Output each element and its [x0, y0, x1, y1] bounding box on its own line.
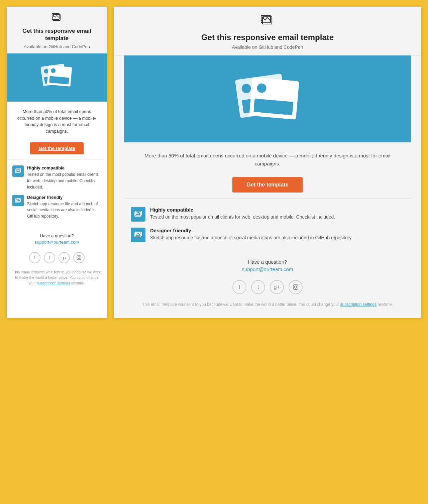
desktop-footer-main: This email template was sent to you beco…	[142, 302, 339, 307]
svg-point-23	[297, 285, 297, 286]
mobile-feature-title-2: Designer friendly	[27, 195, 101, 200]
mobile-feature-desc-1: Tested on the most popular email clients…	[27, 172, 99, 190]
svg-rect-9	[77, 256, 81, 260]
desktop-hero-banner	[124, 55, 411, 142]
desktop-hero-icon	[237, 73, 298, 125]
svg-point-2	[53, 14, 54, 16]
desktop-feature-title-2: Designer friendly	[150, 228, 352, 233]
mobile-divider	[7, 159, 107, 159]
mobile-question-area: Have a question? support@ourteam.com	[7, 229, 107, 248]
mobile-hero-banner	[7, 53, 107, 102]
desktop-social-icons: f t g+	[114, 275, 421, 299]
mobile-googleplus-icon[interactable]: g+	[59, 252, 70, 263]
desktop-header: Get this responsive email template Avail…	[114, 7, 421, 55]
mobile-body-text: More than 50% of total email opens occur…	[7, 102, 107, 138]
mobile-feature-text-2: Designer friendly Sketch app resource fi…	[27, 195, 101, 219]
mobile-instagram-icon[interactable]	[73, 252, 85, 263]
mobile-footer-text: This email template was sent to you beco…	[7, 267, 107, 292]
desktop-feature-icon-2	[131, 228, 145, 242]
mobile-header-icon	[7, 13, 107, 24]
desktop-facebook-icon[interactable]: f	[232, 280, 246, 294]
mobile-feature-item-1: Highly compatible Tested on the most pop…	[12, 165, 101, 190]
desktop-question-area: Have a question? support@ourteam.com	[114, 253, 421, 275]
desktop-feature-desc-1: Tested on the most popular email clients…	[150, 214, 335, 220]
svg-point-5	[17, 169, 18, 170]
svg-point-22	[295, 286, 297, 288]
mobile-facebook-icon[interactable]: f	[29, 252, 40, 263]
desktop-feature-desc-2: Sketch app resource file and a bunch of …	[150, 235, 352, 240]
desktop-footer-link[interactable]: subscription settings	[340, 302, 377, 307]
desktop-feature-list: Highly compatible Tested on the most pop…	[114, 202, 421, 253]
svg-point-14	[262, 17, 264, 18]
desktop-feature-icon-1	[131, 207, 145, 222]
mobile-question-label: Have a question?	[40, 233, 74, 238]
mobile-hero-icon	[42, 64, 72, 90]
svg-point-11	[80, 256, 81, 257]
desktop-googleplus-icon[interactable]: g+	[270, 280, 284, 294]
desktop-feature-title-1: Highly compatible	[150, 207, 335, 213]
mobile-feature-icon-2	[12, 195, 24, 206]
desktop-instagram-icon[interactable]	[289, 280, 303, 294]
desktop-footer-end: anytime.	[378, 302, 393, 307]
desktop-footer-text: This email template was sent to you beco…	[114, 299, 421, 308]
mobile-footer-end: anytime.	[71, 281, 85, 285]
desktop-card: Get this responsive email template Avail…	[114, 7, 421, 318]
desktop-feature-text-2: Designer friendly Sketch app resource fi…	[150, 228, 352, 241]
mobile-card: Get this responsive email template Avail…	[7, 7, 107, 318]
mobile-feature-text-1: Highly compatible Tested on the most pop…	[27, 165, 101, 190]
mobile-header: Get this responsive email template Avail…	[7, 7, 107, 53]
svg-point-8	[17, 199, 18, 200]
desktop-card-subtitle: Available on GitHub and CodePen	[114, 44, 421, 50]
mobile-feature-item-2: Designer friendly Sketch app resource fi…	[12, 195, 101, 219]
page-wrapper: Get this responsive email template Avail…	[7, 7, 421, 318]
desktop-card-title: Get this responsive email template	[114, 32, 421, 42]
desktop-feature-text-1: Highly compatible Tested on the most pop…	[150, 207, 335, 221]
mobile-social-icons: f t g+	[7, 248, 107, 267]
svg-point-10	[78, 257, 80, 259]
mobile-feature-title-1: Highly compatible	[27, 165, 101, 170]
mobile-support-email[interactable]: support@ourteam.com	[10, 240, 103, 245]
desktop-cta-button[interactable]: Get the template	[232, 177, 303, 193]
desktop-body-text: More than 50% of total email opens occur…	[114, 142, 421, 171]
mobile-card-subtitle: Available on GitHub and CodePen	[7, 44, 107, 49]
mobile-feature-desc-2: Sketch app resource file and a bunch of …	[27, 202, 98, 219]
mobile-card-title: Get this responsive email template	[7, 27, 107, 42]
desktop-feature-item-2: Designer friendly Sketch app resource fi…	[131, 228, 404, 242]
mobile-feature-icon-1	[12, 165, 24, 177]
svg-rect-21	[293, 285, 298, 289]
mobile-feature-list: Highly compatible Tested on the most pop…	[7, 161, 107, 229]
mobile-footer-link[interactable]: subscription settings	[37, 281, 70, 285]
mobile-cta-button[interactable]: Get the template	[30, 142, 84, 154]
desktop-divider	[124, 199, 411, 199]
desktop-header-icon	[114, 15, 421, 28]
desktop-question-label: Have a question?	[248, 259, 287, 265]
desktop-feature-item-1: Highly compatible Tested on the most pop…	[131, 207, 404, 222]
desktop-support-email[interactable]: support@ourteam.com	[117, 266, 418, 272]
desktop-twitter-icon[interactable]: t	[251, 280, 265, 294]
mobile-twitter-icon[interactable]: t	[44, 252, 55, 263]
